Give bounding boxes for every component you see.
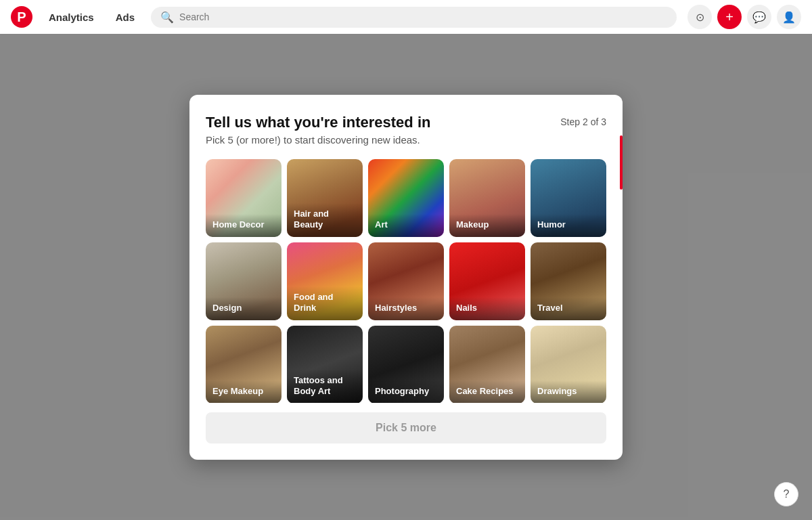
category-tile-art[interactable]: Art (368, 159, 444, 237)
modal-title: Tell us what you're interested in (206, 114, 430, 131)
interest-modal: Tell us what you're interested in Pick 5… (189, 95, 623, 460)
category-tile-hairstyles[interactable]: Hairstyles (368, 242, 444, 320)
navbar: P Analytics Ads 🔍 ⊙ + 💬 👤 (0, 0, 812, 34)
category-tile-travel[interactable]: Travel (531, 242, 606, 320)
search-input[interactable] (179, 12, 667, 22)
category-label-cake-recipes: Cake Recipes (449, 381, 525, 403)
category-label-home-decor: Home Decor (206, 214, 281, 237)
category-label-hairstyles: Hairstyles (368, 297, 444, 320)
category-tile-makeup[interactable]: Makeup (449, 159, 525, 237)
ads-link[interactable]: Ads (110, 9, 140, 26)
pick-more-button[interactable]: Pick 5 more (206, 412, 606, 443)
modal-text: Tell us what you're interested in Pick 5… (206, 114, 430, 146)
modal-header: Tell us what you're interested in Pick 5… (206, 114, 606, 146)
profile-button[interactable]: 👤 (777, 5, 801, 29)
add-button[interactable]: + (717, 5, 742, 29)
category-tile-cake-recipes[interactable]: Cake Recipes (449, 326, 525, 403)
search-icon: 🔍 (160, 11, 174, 24)
category-label-art: Art (368, 214, 444, 237)
category-label-humor: Humor (531, 214, 606, 237)
help-button[interactable]: ? (774, 482, 798, 506)
category-tile-eye-makeup[interactable]: Eye Makeup (206, 326, 281, 403)
category-grid: Home DecorHair and BeautyArtMakeupHumorD… (206, 159, 606, 403)
category-label-photography: Photography (368, 381, 444, 403)
category-tile-tattoos[interactable]: Tattoos and Body Art (287, 326, 363, 403)
messages-button[interactable]: 💬 (747, 5, 771, 29)
category-tile-photography[interactable]: Photography (368, 326, 444, 403)
category-label-design: Design (206, 297, 281, 320)
category-tile-home-decor[interactable]: Home Decor (206, 159, 281, 237)
category-label-makeup: Makeup (449, 214, 525, 237)
category-tile-nails[interactable]: Nails (449, 242, 525, 320)
explore-button[interactable]: ⊙ (687, 5, 712, 29)
category-label-nails: Nails (449, 297, 525, 320)
category-label-eye-makeup: Eye Makeup (206, 381, 281, 403)
category-tile-drawings[interactable]: Drawings (531, 326, 606, 403)
category-tile-hair-beauty[interactable]: Hair and Beauty (287, 159, 363, 237)
category-tile-design[interactable]: Design (206, 242, 281, 320)
modal-step: Step 2 of 3 (560, 114, 606, 127)
category-label-travel: Travel (531, 297, 606, 320)
modal-overlay: Tell us what you're interested in Pick 5… (0, 34, 812, 520)
category-label-tattoos: Tattoos and Body Art (287, 370, 363, 402)
nav-icons: ⊙ + 💬 👤 (687, 5, 801, 29)
category-label-hair-beauty: Hair and Beauty (287, 203, 363, 236)
category-label-food-drink: Food and Drink (287, 286, 363, 320)
category-tile-food-drink[interactable]: Food and Drink (287, 242, 363, 320)
analytics-link[interactable]: Analytics (43, 9, 99, 26)
modal-subtitle: Pick 5 (or more!) to start discovering n… (206, 134, 430, 146)
pinterest-logo[interactable]: P (11, 6, 32, 28)
category-label-drawings: Drawings (531, 381, 606, 403)
search-bar[interactable]: 🔍 (151, 7, 677, 28)
category-tile-humor[interactable]: Humor (531, 159, 606, 237)
